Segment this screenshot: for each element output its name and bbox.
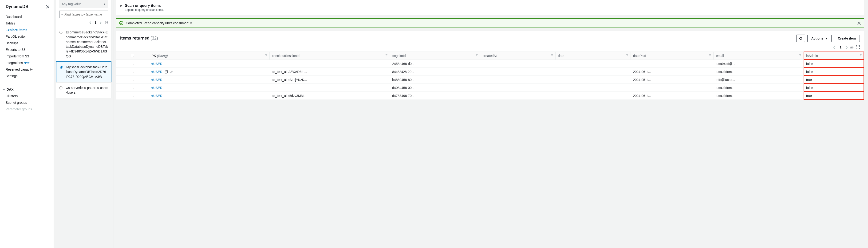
success-alert: Completed. Read capacity units consumed:… <box>116 18 864 28</box>
col-createdAt[interactable]: createdAt▽ <box>480 52 555 60</box>
table-search-input[interactable] <box>64 12 106 16</box>
nav-integrations[interactable]: IntegrationsNew <box>6 59 54 66</box>
nav-dashboard[interactable]: Dashboard <box>6 13 54 20</box>
create-item-button[interactable]: Create item <box>834 35 860 42</box>
cell: luca.didom... <box>714 84 804 92</box>
dax-section-header[interactable]: ▼DAX <box>0 87 54 93</box>
row-checkbox[interactable] <box>131 86 134 89</box>
nav-settings[interactable]: Settings <box>6 73 54 79</box>
cell: false <box>804 60 864 68</box>
prev-page-icon[interactable] <box>89 21 92 25</box>
check-circle-icon <box>119 21 123 25</box>
cell <box>555 92 630 100</box>
refresh-button[interactable] <box>796 35 805 42</box>
col-pk[interactable]: PK (String) ▽ <box>149 52 270 60</box>
cell: luca.didom... <box>714 68 804 76</box>
table-row[interactable]: #USER2458e468-d0...luca94dd@...false <box>116 60 864 68</box>
cell <box>480 84 555 92</box>
pk-link[interactable]: #USER <box>151 62 162 66</box>
table-row[interactable]: EcommerceBackendStack-EcommerceBackendSt… <box>56 27 112 61</box>
sort-icon[interactable]: ▽ <box>709 54 711 56</box>
nav-explore-items[interactable]: Explore items <box>6 27 54 33</box>
close-icon[interactable] <box>46 4 50 9</box>
new-badge: New <box>24 61 29 65</box>
sort-icon[interactable]: ▽ <box>799 54 801 56</box>
row-checkbox[interactable] <box>131 62 134 65</box>
cell <box>480 68 555 76</box>
sort-icon[interactable]: ▽ <box>265 54 267 56</box>
nav-imports[interactable]: Imports from S3 <box>6 53 54 59</box>
table-row[interactable]: #USERcs_test_a1lAEXAD3rL...84c82428-20..… <box>116 68 864 76</box>
svg-rect-6 <box>165 71 167 74</box>
table-row[interactable]: #USERcs_test_a1oALsjYKzK...b4880458-80..… <box>116 76 864 84</box>
prev-page-icon[interactable] <box>833 46 836 49</box>
cell: false <box>804 84 864 92</box>
next-page-icon[interactable] <box>99 21 101 25</box>
cell: luca.didom... <box>714 92 804 100</box>
cell <box>480 76 555 84</box>
col-email[interactable]: email▽ <box>714 52 804 60</box>
actions-button[interactable]: Actions ▼ <box>807 35 832 42</box>
tag-filter-dropdown[interactable]: Any tag value ▼ <box>59 0 108 8</box>
gear-icon[interactable] <box>104 21 108 25</box>
sort-icon[interactable]: ▽ <box>385 54 388 56</box>
items-table: PK (String) ▽ checkoutSessionId▽ cognito… <box>116 52 864 100</box>
chevron-down-icon: ▼ <box>3 88 5 91</box>
close-icon[interactable] <box>858 21 861 25</box>
row-checkbox[interactable] <box>131 78 134 81</box>
nav-backups[interactable]: Backups <box>6 40 54 46</box>
copy-icon[interactable] <box>165 70 168 74</box>
edit-icon[interactable] <box>169 70 173 74</box>
cell: cs_test_a1oALsjYKzK... <box>270 76 390 84</box>
table-radio[interactable] <box>59 86 63 89</box>
table-radio[interactable] <box>60 66 63 69</box>
items-title: Items returned <box>120 36 150 40</box>
sort-icon[interactable]: ▽ <box>551 54 553 56</box>
chevron-down-icon: ▼ <box>103 3 106 5</box>
svg-point-0 <box>62 13 63 15</box>
pk-link[interactable]: #USER <box>151 86 162 90</box>
next-page-icon[interactable] <box>845 46 847 49</box>
nav-tables[interactable]: Tables <box>6 20 54 27</box>
sort-icon[interactable]: ▽ <box>860 54 862 56</box>
nav-dax-subnet[interactable]: Subnet groups <box>6 99 54 106</box>
cell: 2024-05-1... <box>631 76 714 84</box>
fullscreen-icon[interactable] <box>856 45 860 49</box>
cell <box>270 84 390 92</box>
scan-query-panel[interactable]: Scan or query items Expand to query or s… <box>116 0 864 15</box>
nav-reserved[interactable]: Reserved capacity <box>6 66 54 73</box>
cell: true <box>804 76 864 84</box>
cell <box>631 84 714 92</box>
nav-partiql[interactable]: PartiQL editor <box>6 33 54 40</box>
col-datePaid[interactable]: datePaid▽ <box>631 52 714 60</box>
svg-line-1 <box>63 15 63 15</box>
sort-icon[interactable]: ▽ <box>626 54 628 56</box>
nav-dax-clusters[interactable]: Clusters <box>6 93 54 99</box>
table-row[interactable]: MySaasBackendStack-DatabaseDynamoDBTable… <box>56 61 112 82</box>
sort-icon[interactable]: ▽ <box>476 54 478 56</box>
table-search[interactable] <box>59 10 108 18</box>
svg-point-3 <box>120 21 123 25</box>
cell <box>480 60 555 68</box>
cell: 84c82428-20... <box>390 68 480 76</box>
gear-icon[interactable] <box>850 45 854 49</box>
col-checkoutSessionId[interactable]: checkoutSessionId▽ <box>270 52 390 60</box>
cell: false <box>804 68 864 76</box>
pk-link[interactable]: #USER <box>151 94 162 98</box>
pk-link[interactable]: #USER <box>151 78 162 82</box>
nav-dax-param[interactable]: Parameter groups <box>6 106 54 112</box>
col-date[interactable]: date▽ <box>555 52 630 60</box>
table-radio[interactable] <box>59 31 63 34</box>
col-isAdmin[interactable]: isAdmin▽ <box>804 52 864 60</box>
items-returned-panel: Items returned (32) Actions ▼ Create ite… <box>116 31 864 100</box>
cell: true <box>804 92 864 100</box>
pk-link[interactable]: #USER <box>151 70 162 74</box>
table-row[interactable]: #USERcs_test_a1x5dzv3MM...d4783498-70...… <box>116 92 864 100</box>
table-row[interactable]: #USERd408a458-00...luca.didom...false <box>116 84 864 92</box>
row-checkbox[interactable] <box>131 94 134 97</box>
table-row[interactable]: ws-serverless-patterns-users-Users <box>56 82 112 98</box>
nav-exports[interactable]: Exports to S3 <box>6 46 54 53</box>
row-checkbox[interactable] <box>131 70 134 73</box>
select-all-checkbox[interactable] <box>131 54 134 57</box>
col-cognitoId[interactable]: cognitoId▽ <box>390 52 480 60</box>
